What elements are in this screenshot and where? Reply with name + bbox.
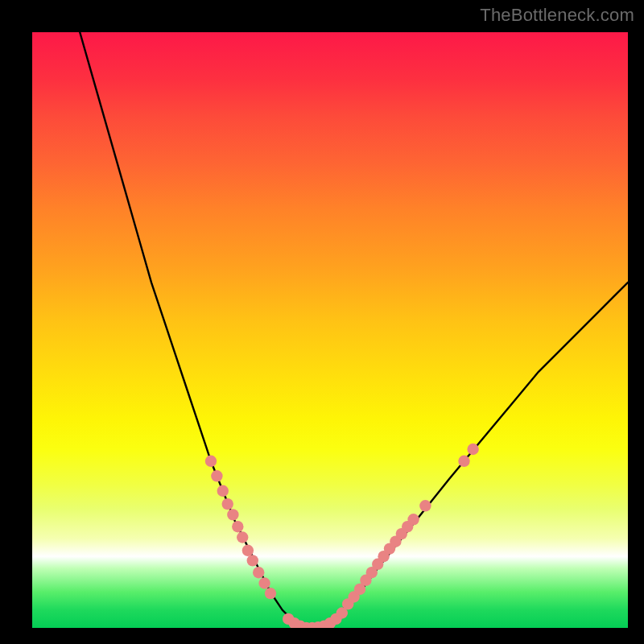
data-marker xyxy=(205,456,217,467)
data-marker xyxy=(265,588,276,599)
data-marker xyxy=(467,444,478,455)
data-marker xyxy=(419,500,431,511)
data-marker xyxy=(258,577,270,588)
data-marker xyxy=(242,545,254,556)
data-marker xyxy=(222,498,233,510)
plot-area xyxy=(32,32,628,628)
watermark-text: TheBottleneck.com xyxy=(480,5,634,26)
curve-group xyxy=(80,32,628,628)
data-marker xyxy=(253,567,264,578)
data-marker xyxy=(227,509,238,520)
data-marker xyxy=(217,485,229,497)
data-marker xyxy=(232,521,243,532)
bottleneck-curve xyxy=(80,32,628,628)
data-marker xyxy=(247,555,258,566)
chart-svg xyxy=(32,32,628,628)
data-marker xyxy=(237,531,248,543)
data-marker xyxy=(407,514,419,525)
chart-frame: TheBottleneck.com xyxy=(0,0,644,644)
data-marker xyxy=(458,456,469,467)
marker-group xyxy=(205,444,479,628)
data-marker xyxy=(211,470,222,481)
